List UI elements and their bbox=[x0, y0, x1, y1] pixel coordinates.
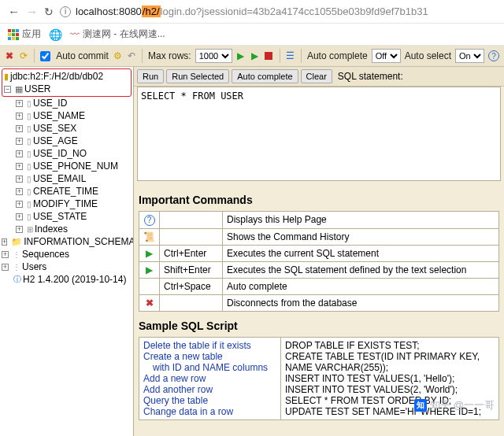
run-button[interactable]: Run bbox=[137, 69, 164, 83]
collapse-icon[interactable]: − bbox=[4, 86, 11, 93]
globe-icon[interactable]: 🌐 bbox=[49, 28, 62, 41]
script-link[interactable]: Add another row bbox=[143, 384, 276, 395]
run-selected-icon[interactable]: ▶ bbox=[250, 50, 260, 62]
column-label: USE_SEX bbox=[33, 123, 76, 134]
expand-icon[interactable]: + bbox=[16, 113, 23, 120]
clear-button[interactable]: Clear bbox=[301, 69, 332, 83]
run-icon[interactable]: ▶ bbox=[236, 50, 246, 62]
column-icon: ▯ bbox=[27, 124, 32, 133]
expand-icon[interactable]: + bbox=[16, 201, 23, 208]
address-field[interactable]: i localhost:8080/h2/login.do?jsessionid=… bbox=[60, 6, 496, 17]
nav-back-icon[interactable]: ← bbox=[8, 5, 20, 18]
apps-label: 应用 bbox=[22, 28, 41, 41]
important-commands-heading: Important Commands bbox=[139, 194, 499, 206]
tree-sequences[interactable]: + ⋮ Sequences bbox=[2, 248, 132, 260]
sql-input[interactable]: SELECT * FROM USER bbox=[137, 87, 501, 181]
db-tree-sidebar: ▮ jdbc:h2:F:/H2/db/db02 − ▦ USER +▯USE_I… bbox=[0, 67, 134, 436]
bookmark-item-speedtest[interactable]: 〰 测速网 - 在线网速... bbox=[70, 28, 165, 41]
content-panel: Run Run Selected Auto complete Clear SQL… bbox=[134, 67, 504, 436]
tree-column[interactable]: +▯CREATE_TIME bbox=[2, 185, 132, 198]
url-port: :8080 bbox=[116, 6, 142, 17]
disconnect-icon[interactable]: ✖ bbox=[5, 50, 15, 62]
column-icon: ▯ bbox=[27, 99, 32, 108]
tree-column[interactable]: +▯USE_STATE bbox=[2, 210, 132, 223]
script-link[interactable]: Delete the table if it exists bbox=[143, 340, 276, 351]
command-row: ▶Shift+EnterExecutes the SQL statement d… bbox=[139, 261, 499, 278]
max-rows-select[interactable]: 1000 bbox=[195, 49, 232, 63]
expand-icon[interactable]: + bbox=[2, 238, 7, 246]
shortcut-label bbox=[160, 294, 223, 311]
tree-column[interactable]: +▯USE_ID bbox=[2, 97, 132, 109]
script-row: Delete the table if it existsCreate a ne… bbox=[139, 337, 499, 419]
site-info-icon[interactable]: i bbox=[60, 6, 71, 17]
apps-button[interactable]: 应用 bbox=[8, 28, 41, 41]
commands-table: ?Displays this Help Page📜Shows the Comma… bbox=[139, 211, 499, 312]
command-description: Displays this Help Page bbox=[223, 212, 499, 229]
tree-column[interactable]: +▯USE_NAME bbox=[2, 109, 132, 122]
script-link[interactable]: Query the table bbox=[143, 395, 276, 406]
expand-icon[interactable]: + bbox=[16, 138, 23, 145]
column-icon: ▯ bbox=[27, 187, 32, 196]
tree-table-user[interactable]: − ▦ USER bbox=[4, 83, 129, 95]
main-area: ▮ jdbc:h2:F:/H2/db/db02 − ▦ USER +▯USE_I… bbox=[0, 67, 504, 436]
auto-complete-select[interactable]: Off bbox=[372, 49, 401, 63]
expand-icon[interactable]: + bbox=[16, 188, 23, 195]
expand-icon[interactable]: + bbox=[2, 251, 9, 258]
column-label: USE_AGE bbox=[33, 135, 78, 146]
column-label: USE_ID bbox=[33, 98, 67, 109]
rollback-icon[interactable]: ↶ bbox=[127, 50, 137, 62]
tree-version[interactable]: ⓘ H2 1.4.200 (2019-10-14) bbox=[2, 273, 132, 286]
command-description: Executes the SQL statement defined by th… bbox=[223, 261, 499, 278]
stop-icon[interactable] bbox=[264, 50, 274, 62]
tree-column[interactable]: +▯USE_EMAIL bbox=[2, 172, 132, 185]
command-row: ▶Ctrl+EnterExecutes the current SQL stat… bbox=[139, 245, 499, 261]
auto-complete-button[interactable]: Auto complete bbox=[232, 69, 298, 83]
apps-grid-icon bbox=[8, 29, 19, 40]
expand-icon[interactable]: + bbox=[16, 100, 23, 107]
indexes-label: Indexes bbox=[35, 224, 68, 235]
history-icon[interactable]: ☰ bbox=[285, 50, 295, 62]
tree-users[interactable]: + ⋮ Users bbox=[2, 260, 132, 273]
script-link[interactable]: Create a new table bbox=[143, 351, 276, 362]
refresh-tree-icon[interactable]: ⟳ bbox=[19, 50, 29, 62]
nav-forward-icon: → bbox=[26, 5, 38, 18]
tree-column[interactable]: +▯MODIFY_TIME bbox=[2, 198, 132, 210]
tree-column[interactable]: +▯USE_AGE bbox=[2, 135, 132, 147]
auto-complete-label: Auto complete bbox=[307, 50, 368, 61]
command-description: Disconnects from the database bbox=[223, 294, 499, 311]
column-icon: ▯ bbox=[27, 175, 32, 183]
tree-indexes[interactable]: + ⊞ Indexes bbox=[2, 223, 132, 235]
script-link[interactable]: Change data in a row bbox=[143, 406, 276, 417]
tree-column[interactable]: +▯USE_ID_NO bbox=[2, 147, 132, 160]
expand-icon[interactable]: + bbox=[16, 125, 23, 132]
disconnect-icon: ✖ bbox=[146, 297, 154, 309]
table-icon: ▦ bbox=[15, 84, 23, 94]
connection-label: jdbc:h2:F:/H2/db/db02 bbox=[10, 71, 103, 82]
help-icon: ? bbox=[144, 215, 155, 226]
expand-icon[interactable]: + bbox=[16, 163, 23, 170]
expand-icon[interactable]: + bbox=[16, 226, 23, 233]
expand-icon[interactable]: + bbox=[2, 264, 9, 271]
url-host: localhost bbox=[76, 6, 116, 17]
sample-script-heading: Sample SQL Script bbox=[139, 320, 499, 332]
reload-icon[interactable]: ↻ bbox=[44, 6, 54, 18]
help-icon[interactable]: ? bbox=[488, 50, 499, 62]
tree-information-schema[interactable]: + 📁 INFORMATION_SCHEMA bbox=[2, 235, 132, 248]
expand-icon[interactable]: + bbox=[16, 150, 23, 157]
script-link[interactable]: Add a new row bbox=[143, 373, 276, 384]
commit-icon[interactable]: ⚙ bbox=[113, 50, 123, 62]
expand-icon[interactable]: + bbox=[16, 176, 23, 183]
auto-commit-checkbox[interactable] bbox=[40, 51, 50, 61]
play-icon: ▶ bbox=[146, 248, 153, 259]
info-schema-label: INFORMATION_SCHEMA bbox=[24, 236, 134, 247]
tree-connection[interactable]: ▮ jdbc:h2:F:/H2/db/db02 bbox=[4, 70, 129, 83]
auto-select-label: Auto select bbox=[405, 50, 451, 61]
auto-select-select[interactable]: On bbox=[455, 49, 484, 63]
max-rows-label: Max rows: bbox=[148, 50, 191, 61]
column-label: USE_STATE bbox=[33, 211, 87, 222]
command-description: Auto complete bbox=[223, 278, 499, 294]
tree-column[interactable]: +▯USE_PHONE_NUM bbox=[2, 160, 132, 172]
run-selected-button[interactable]: Run Selected bbox=[166, 69, 229, 83]
expand-icon[interactable]: + bbox=[16, 213, 23, 220]
tree-column[interactable]: +▯USE_SEX bbox=[2, 122, 132, 135]
